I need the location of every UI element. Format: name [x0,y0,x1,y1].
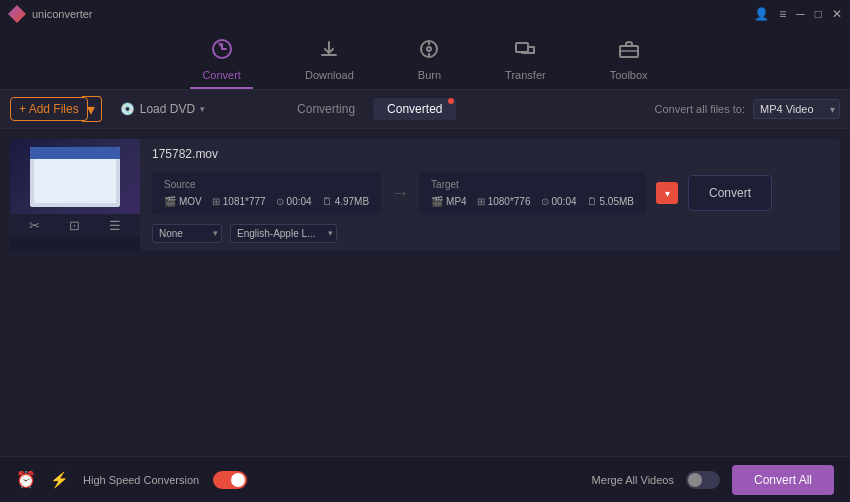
app-name: uniconverter [32,8,93,20]
file-details: 175782.mov Source 🎬 MOV ⊞ 1081*777 [140,139,840,251]
close-button[interactable]: ✕ [832,7,842,21]
add-files-dropdown[interactable]: ▾ [82,96,102,122]
burn-icon [418,38,440,65]
target-res-icon: ⊞ [477,196,485,207]
source-format: 🎬 MOV [164,196,202,207]
language-select-wrapper: English-Apple L... French Spanish [230,223,337,243]
bottom-right-area: Merge All Videos Convert All [592,465,834,495]
titlebar-left: uniconverter [8,5,93,23]
subtitle-select[interactable]: None Subtitle 1 [152,224,222,243]
toolbar: + Add Files ▾ 💿 Load DVD ▾ Converting Co… [0,90,850,129]
titlebar: uniconverter 👤 ≡ ─ □ ✕ [0,0,850,28]
target-title: Target [431,179,634,190]
source-format-value: MOV [179,196,202,207]
user-icon[interactable]: 👤 [754,7,769,21]
thumb-image [10,139,140,214]
titlebar-controls: 👤 ≡ ─ □ ✕ [754,7,842,21]
effects-icon[interactable]: ☰ [109,218,121,233]
source-resolution: ⊞ 1081*777 [212,196,266,207]
scissors-icon[interactable]: ✂ [29,218,40,233]
thumb-screen-icon [82,169,112,199]
target-format: 🎬 MP4 [431,196,467,207]
load-dvd-button[interactable]: 💿 Load DVD ▾ [112,98,213,120]
tab-download[interactable]: Download [293,34,366,89]
tab-convert[interactable]: Convert [190,34,253,89]
transfer-icon [514,38,536,65]
tab-transfer-label: Transfer [505,69,546,81]
format-select[interactable]: MP4 Video MOV Video AVI Video MKV Video [753,99,840,119]
target-format-value: MP4 [446,196,467,207]
convert-button[interactable]: Convert [688,175,772,211]
high-speed-label: High Speed Conversion [83,474,199,486]
thumb-actions: ✂ ⊡ ☰ [10,214,140,237]
high-speed-toggle[interactable] [213,471,247,489]
target-format-icon: 🎬 [431,196,443,207]
minimize-button[interactable]: ─ [796,7,805,21]
tab-download-label: Download [305,69,354,81]
target-dur-value: 00:04 [552,196,577,207]
size-icon: 🗒 [322,196,332,207]
converted-tab-label: Converted [387,102,442,116]
thumb-inner [30,147,120,207]
target-size: 🗒 5.05MB [587,196,634,207]
source-duration: ⊙ 00:04 [276,196,312,207]
bottom-bar: ⏰ ⚡ High Speed Conversion Merge All Vide… [0,456,850,502]
converted-tab-badge [448,98,454,104]
target-info: 🎬 MP4 ⊞ 1080*776 ⊙ 00:04 🗒 [431,196,634,207]
crop-icon[interactable]: ⊡ [69,218,80,233]
tab-transfer[interactable]: Transfer [493,34,558,89]
file-thumbnail: ✂ ⊡ ☰ [10,139,140,251]
target-dur-icon: ⊙ [541,196,549,207]
svg-rect-5 [516,43,528,52]
merge-toggle[interactable] [686,471,720,489]
res-icon: ⊞ [212,196,220,207]
converting-tab[interactable]: Converting [283,98,369,120]
subtitle-row: None Subtitle 1 English-Apple L... Frenc… [152,223,828,243]
source-dur-value: 00:04 [287,196,312,207]
source-info: 🎬 MOV ⊞ 1081*777 ⊙ 00:04 🗒 [164,196,369,207]
language-select[interactable]: English-Apple L... French Spanish [230,224,337,243]
clock-icon[interactable]: ⏰ [16,470,36,489]
svg-point-8 [89,176,105,192]
target-duration: ⊙ 00:04 [541,196,577,207]
source-res-value: 1081*777 [223,196,266,207]
tab-convert-label: Convert [202,69,241,81]
lightning-icon: ⚡ [50,471,69,489]
arrow-icon: → [391,183,409,204]
format-select-wrapper: MP4 Video MOV Video AVI Video MKV Video [753,99,840,119]
app-logo [8,5,26,23]
target-size-value: 5.05MB [600,196,634,207]
target-box: Target 🎬 MP4 ⊞ 1080*776 ⊙ 00:04 [419,171,646,215]
source-box: Source 🎬 MOV ⊞ 1081*777 ⊙ 00:04 [152,171,381,215]
file-item: ✂ ⊡ ☰ 175782.mov Source 🎬 MOV [10,139,840,251]
tab-burn-label: Burn [418,69,441,81]
menu-icon[interactable]: ≡ [779,7,786,21]
main-content: ✂ ⊡ ☰ 175782.mov Source 🎬 MOV [0,129,850,269]
target-res-value: 1080*776 [488,196,531,207]
conversion-row: Source 🎬 MOV ⊞ 1081*777 ⊙ 00:04 [152,171,828,215]
converted-tab[interactable]: Converted [373,98,456,120]
convert-tabs-area: Converting Converted [283,98,644,120]
dvd-icon: 💿 [120,102,135,116]
load-dvd-dropdown-icon: ▾ [200,104,205,114]
file-name: 175782.mov [152,147,828,161]
tab-toolbox-label: Toolbox [610,69,648,81]
target-dropdown-button[interactable]: ▾ [656,182,678,204]
tab-toolbox[interactable]: Toolbox [598,34,660,89]
convert-all-format-area: Convert all files to: MP4 Video MOV Vide… [655,99,840,119]
add-files-button[interactable]: + Add Files [10,97,88,121]
download-icon [318,38,340,65]
dur-icon: ⊙ [276,196,284,207]
svg-point-2 [427,47,431,51]
maximize-button[interactable]: □ [815,7,822,21]
add-files-group: + Add Files ▾ [10,96,102,122]
toolbox-icon [618,38,640,65]
nav-tabs: Convert Download Burn [0,28,850,90]
convert-all-button[interactable]: Convert All [732,465,834,495]
tab-burn[interactable]: Burn [406,34,453,89]
target-size-icon: 🗒 [587,196,597,207]
merge-label: Merge All Videos [592,474,674,486]
convert-all-to-label: Convert all files to: [655,103,745,115]
format-icon: 🎬 [164,196,176,207]
source-size-value: 4.97MB [335,196,369,207]
